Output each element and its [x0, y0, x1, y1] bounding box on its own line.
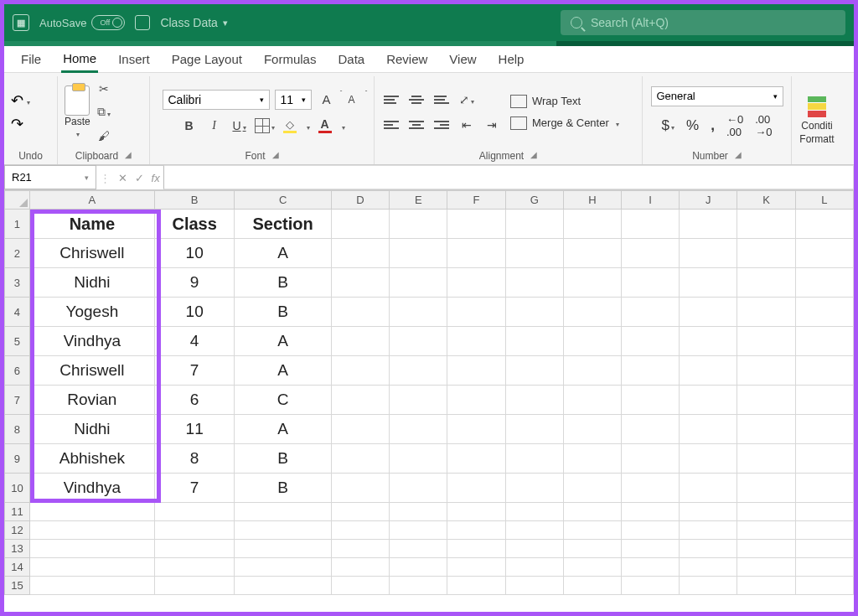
cell[interactable]: [331, 521, 389, 540]
cell[interactable]: [447, 558, 505, 577]
clipboard-expand-icon[interactable]: ◢: [125, 150, 132, 162]
cell[interactable]: [622, 356, 680, 386]
cell[interactable]: [331, 503, 389, 521]
row-header[interactable]: 4: [5, 298, 30, 327]
column-header[interactable]: J: [680, 191, 737, 210]
cell[interactable]: [622, 503, 680, 521]
row-header[interactable]: 1: [5, 210, 30, 239]
percent-icon[interactable]: %: [686, 117, 699, 134]
cell[interactable]: [29, 577, 154, 595]
comma-icon[interactable]: ,: [711, 117, 715, 134]
cell[interactable]: [737, 558, 795, 577]
cell[interactable]: [390, 577, 447, 595]
column-header[interactable]: D: [331, 191, 389, 210]
cell[interactable]: [737, 298, 795, 327]
row-header[interactable]: 13: [5, 540, 30, 558]
align-right-icon[interactable]: [432, 116, 452, 134]
cell[interactable]: [563, 327, 621, 356]
cell[interactable]: Yogesh: [29, 298, 154, 327]
cell[interactable]: [680, 444, 737, 474]
tab-formulas[interactable]: Formulas: [262, 47, 318, 71]
cell[interactable]: Rovian: [29, 386, 154, 415]
cell[interactable]: [795, 415, 853, 444]
enter-icon[interactable]: ✓: [135, 172, 144, 184]
cell[interactable]: [795, 474, 853, 503]
cell[interactable]: [447, 356, 505, 386]
cell[interactable]: [390, 444, 447, 474]
alignment-expand-icon[interactable]: ◢: [530, 150, 537, 162]
cell[interactable]: Abhishek: [29, 444, 154, 474]
cell[interactable]: [447, 503, 505, 521]
cell[interactable]: Nidhi: [29, 415, 154, 444]
cell[interactable]: [737, 268, 795, 298]
cell[interactable]: [505, 356, 563, 386]
cell[interactable]: [390, 558, 447, 577]
column-header[interactable]: F: [447, 191, 505, 210]
row-header[interactable]: 7: [5, 386, 30, 415]
number-expand-icon[interactable]: ◢: [735, 150, 742, 162]
cell[interactable]: Name: [29, 210, 154, 239]
cell[interactable]: [622, 558, 680, 577]
cell[interactable]: A: [235, 239, 331, 268]
cell[interactable]: [563, 577, 621, 595]
cell[interactable]: B: [235, 298, 331, 327]
cell[interactable]: B: [235, 268, 331, 298]
cell[interactable]: [390, 356, 447, 386]
cell[interactable]: 10: [154, 239, 234, 268]
cell[interactable]: [390, 503, 447, 521]
cell[interactable]: [447, 474, 505, 503]
cell[interactable]: Class: [154, 210, 234, 239]
cell[interactable]: [622, 540, 680, 558]
cell[interactable]: [447, 239, 505, 268]
cell[interactable]: [505, 415, 563, 444]
cell[interactable]: [563, 356, 621, 386]
align-left-icon[interactable]: [381, 116, 401, 134]
undo-icon[interactable]: ↶: [11, 91, 23, 110]
increase-decimal-icon[interactable]: ←0.00: [726, 113, 743, 138]
cell[interactable]: A: [235, 356, 331, 386]
select-all-corner[interactable]: [5, 191, 30, 210]
autosave-toggle[interactable]: AutoSave Off: [39, 15, 125, 30]
row-header[interactable]: 3: [5, 268, 30, 298]
decrease-decimal-icon[interactable]: .00→0: [755, 113, 772, 138]
cell[interactable]: [737, 210, 795, 239]
cell[interactable]: [737, 540, 795, 558]
tab-data[interactable]: Data: [336, 47, 366, 71]
cell[interactable]: [795, 356, 853, 386]
cell[interactable]: [795, 327, 853, 356]
cell[interactable]: [505, 210, 563, 239]
redo-icon[interactable]: ↷: [11, 115, 23, 133]
cell[interactable]: 4: [154, 327, 234, 356]
cell[interactable]: [795, 540, 853, 558]
increase-font-icon[interactable]: Aˆ: [317, 91, 337, 109]
cell[interactable]: [680, 558, 737, 577]
align-top-icon[interactable]: [381, 91, 401, 109]
cell[interactable]: [390, 210, 447, 239]
cell[interactable]: [563, 239, 621, 268]
column-header[interactable]: A: [29, 191, 154, 210]
underline-button[interactable]: U: [230, 116, 250, 135]
cell[interactable]: [737, 356, 795, 386]
row-header[interactable]: 15: [5, 577, 30, 595]
cell[interactable]: [447, 298, 505, 327]
font-name-dropdown[interactable]: Calibri▾: [163, 90, 270, 110]
undo-dropdown[interactable]: [25, 94, 30, 107]
cell[interactable]: [447, 415, 505, 444]
align-middle-icon[interactable]: [406, 91, 426, 109]
borders-button[interactable]: [255, 116, 275, 135]
cell[interactable]: [563, 386, 621, 415]
cell[interactable]: [563, 444, 621, 474]
column-header[interactable]: L: [795, 191, 853, 210]
row-header[interactable]: 2: [5, 239, 30, 268]
cell[interactable]: [563, 521, 621, 540]
row-header[interactable]: 14: [5, 558, 30, 577]
format-painter-icon[interactable]: 🖌: [94, 126, 114, 146]
cell[interactable]: Vindhya: [29, 327, 154, 356]
column-header[interactable]: C: [235, 191, 331, 210]
cell[interactable]: 7: [154, 356, 234, 386]
cell[interactable]: [390, 298, 447, 327]
conditional-formatting-button[interactable]: Conditi Formatt: [799, 76, 835, 164]
cell[interactable]: [795, 577, 853, 595]
align-center-icon[interactable]: [406, 116, 426, 134]
tab-help[interactable]: Help: [497, 47, 526, 71]
